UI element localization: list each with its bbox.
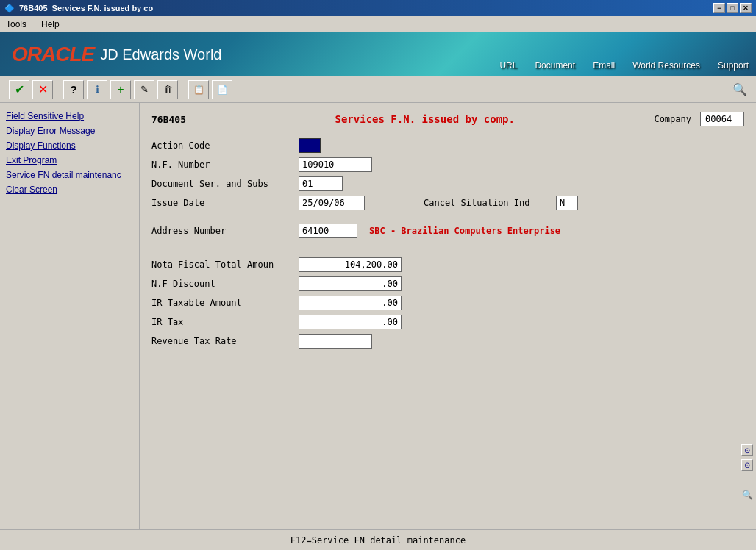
form-header: 76B405 Services F.N. issued by comp. Com… <box>151 112 744 126</box>
menubar: Tools Help <box>0 16 756 32</box>
action-code-label: Action Code <box>151 140 299 151</box>
scroll-down-button[interactable]: ⊙ <box>741 459 753 471</box>
titlebar-code: 76B405 <box>19 4 48 12</box>
form-code: 76B405 <box>151 114 196 125</box>
cancel-situation-input[interactable] <box>556 196 578 210</box>
titlebar-title: Services F.N. issued by co <box>52 4 154 12</box>
ir-tax-input[interactable] <box>299 315 402 329</box>
ir-tax-label: IR Tax <box>151 317 299 327</box>
titlebar: 🔷 76B405 Services F.N. issued by co − □ … <box>0 0 756 16</box>
sidebar-exit-program[interactable]: Exit Program <box>3 153 136 168</box>
sidebar-display-functions[interactable]: Display Functions <box>3 138 136 153</box>
toolbar: ✔ ✕ ? ℹ + ✎ 🗑 📋 📄 🔍 <box>0 76 756 103</box>
sidebar-clear-screen[interactable]: Clear Screen <box>3 182 136 197</box>
company-label: Company <box>654 114 691 124</box>
cancel-situation-label: Cancel Situation Ind <box>424 198 556 208</box>
info-toolbar-button[interactable]: ℹ <box>87 80 107 99</box>
nf-discount-row: N.F Discount <box>151 276 744 291</box>
sidebar-service-fn[interactable]: Service FN detail maintenanc <box>3 168 136 182</box>
banner: ORACLE JD Edwards World URL Document Ema… <box>0 32 756 76</box>
statusbar-text: F12=Service FN detail maintenance <box>290 535 466 546</box>
nf-number-row: N.F. Number <box>151 157 744 172</box>
close-button[interactable]: ✕ <box>740 3 752 13</box>
check-toolbar-button[interactable]: ✔ <box>9 80 29 99</box>
nota-fiscal-total-row: Nota Fiscal Total Amoun <box>151 257 744 272</box>
tools-menu[interactable]: Tools <box>3 18 29 31</box>
nf-number-label: N.F. Number <box>151 160 299 170</box>
banner-email[interactable]: Email <box>593 60 615 71</box>
banner-support[interactable]: Support <box>718 60 749 71</box>
add-toolbar-button[interactable]: + <box>110 80 131 99</box>
delete-toolbar-button[interactable]: 🗑 <box>157 80 178 99</box>
restore-button[interactable]: □ <box>727 3 738 13</box>
search-toolbar-icon[interactable]: 🔍 <box>732 82 747 96</box>
paste-toolbar-button[interactable]: 📄 <box>212 80 232 99</box>
doc-ser-input[interactable] <box>299 176 343 191</box>
ir-tax-row: IR Tax <box>151 315 744 329</box>
form-title: Services F.N. issued by comp. <box>204 113 645 125</box>
doc-ser-row: Document Ser. and Subs <box>151 176 744 191</box>
oracle-logo: ORACLE <box>12 43 94 66</box>
address-number-row: Address Number SBC - Brazilian Computers… <box>151 224 744 238</box>
address-number-input[interactable] <box>299 224 357 238</box>
jde-title: JD Edwards World <box>100 46 221 63</box>
doc-ser-label: Document Ser. and Subs <box>151 179 299 189</box>
issue-date-label: Issue Date <box>151 198 299 208</box>
nf-number-input[interactable] <box>299 157 372 172</box>
copy-toolbar-button[interactable]: 📋 <box>188 80 209 99</box>
sidebar-field-sensitive-help[interactable]: Field Sensitive Help <box>3 109 136 124</box>
issue-date-input[interactable] <box>299 196 365 210</box>
issue-date-row: Issue Date Cancel Situation Ind <box>151 196 744 210</box>
action-code-input[interactable] <box>299 138 321 153</box>
search-bottom-icon[interactable]: 🔍 <box>742 490 753 500</box>
nf-discount-input[interactable] <box>299 276 402 291</box>
sidebar: Field Sensitive Help Display Error Messa… <box>0 103 140 529</box>
address-number-label: Address Number <box>151 226 299 236</box>
ir-taxable-row: IR Taxable Amount <box>151 296 744 310</box>
ir-taxable-input[interactable] <box>299 296 402 310</box>
minimize-button[interactable]: − <box>713 3 725 13</box>
nota-fiscal-total-label: Nota Fiscal Total Amoun <box>151 260 299 270</box>
sidebar-display-error-message[interactable]: Display Error Message <box>3 124 136 138</box>
company-value: 00064 <box>700 112 744 126</box>
banner-world-resources[interactable]: World Resources <box>632 60 700 71</box>
banner-document[interactable]: Document <box>535 60 575 71</box>
nota-fiscal-total-input[interactable] <box>299 257 402 272</box>
scroll-up-button[interactable]: ⊙ <box>741 444 753 456</box>
main-layout: Field Sensitive Help Display Error Messa… <box>0 103 756 529</box>
statusbar: F12=Service FN detail maintenance <box>0 529 756 550</box>
address-company-name: SBC - Brazilian Computers Enterprise <box>369 226 560 236</box>
revenue-tax-input[interactable] <box>299 334 372 349</box>
revenue-tax-label: Revenue Tax Rate <box>151 336 299 346</box>
help-toolbar-button[interactable]: ? <box>63 80 84 99</box>
help-menu[interactable]: Help <box>38 18 63 31</box>
action-code-row: Action Code <box>151 138 744 153</box>
banner-nav: URL Document Email World Resources Suppo… <box>499 60 749 71</box>
content-area: 76B405 Services F.N. issued by comp. Com… <box>140 103 756 529</box>
app-icon: 🔷 <box>4 4 15 13</box>
edit-toolbar-button[interactable]: ✎ <box>134 80 154 99</box>
nf-discount-label: N.F Discount <box>151 279 299 289</box>
cancel-toolbar-button[interactable]: ✕ <box>32 80 53 99</box>
ir-taxable-label: IR Taxable Amount <box>151 298 299 308</box>
banner-url[interactable]: URL <box>499 60 517 71</box>
revenue-tax-row: Revenue Tax Rate <box>151 334 744 349</box>
